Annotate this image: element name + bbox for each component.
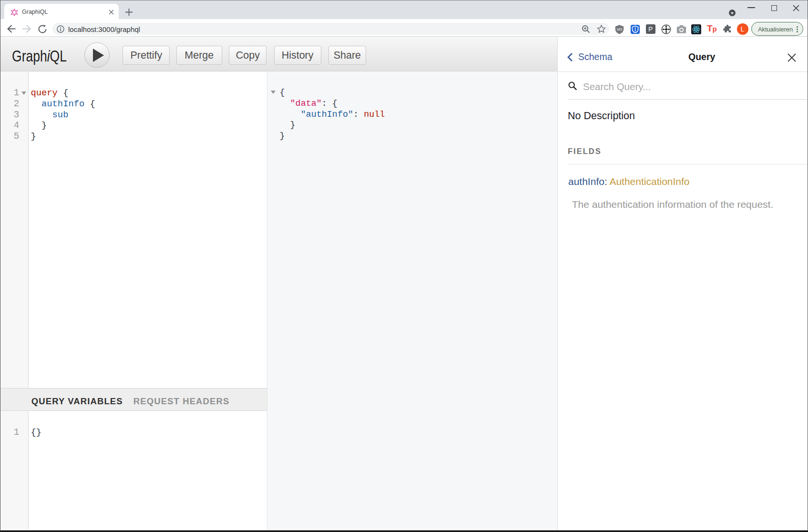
svg-text:UO: UO <box>617 27 622 31</box>
